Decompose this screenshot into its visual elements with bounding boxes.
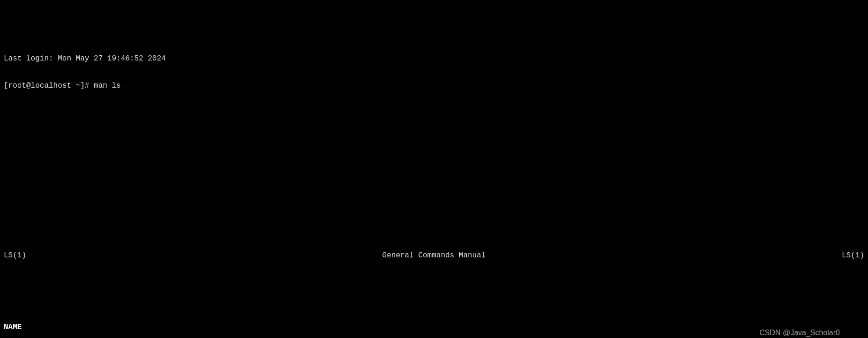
shell-prompt-line: [root@localhost ~]# man ls bbox=[4, 82, 864, 90]
man-header: LS(1) General Commands Manual LS(1) bbox=[4, 251, 864, 260]
last-login-line: Last login: Mon May 27 19:46:52 2024 bbox=[4, 54, 864, 63]
section-name-heading: NAME bbox=[4, 323, 864, 332]
watermark: CSDN @Java_Scholar0 bbox=[759, 328, 840, 337]
man-header-right: LS(1) bbox=[842, 251, 864, 260]
spacer bbox=[4, 117, 864, 224]
spacer bbox=[4, 287, 864, 296]
terminal-output[interactable]: Last login: Mon May 27 19:46:52 2024 [ro… bbox=[0, 36, 868, 338]
man-header-left: LS(1) bbox=[4, 251, 26, 260]
man-header-center: General Commands Manual bbox=[26, 251, 842, 260]
